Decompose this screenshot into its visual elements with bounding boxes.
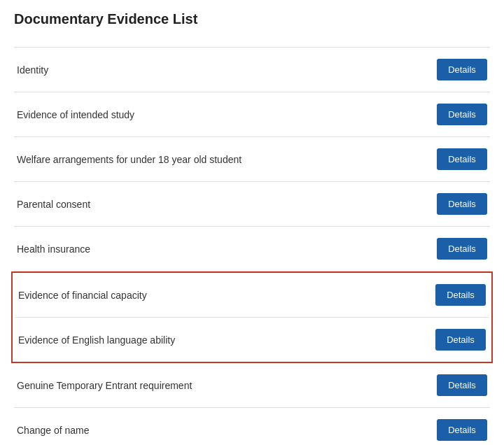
evidence-label-evidence-financial-capacity: Evidence of financial capacity	[18, 290, 435, 301]
details-button-evidence-english-language[interactable]: Details	[435, 329, 486, 351]
evidence-label-parental-consent: Parental consent	[17, 199, 437, 210]
evidence-list: IdentityDetailsEvidence of intended stud…	[14, 47, 490, 445]
evidence-label-change-of-name: Change of name	[17, 425, 437, 436]
evidence-row-identity: IdentityDetails	[14, 47, 490, 92]
highlighted-group: Evidence of financial capacityDetailsEvi…	[11, 271, 493, 363]
evidence-row-parental-consent: Parental consentDetails	[14, 182, 490, 227]
evidence-row-evidence-english-language: Evidence of English language abilityDeta…	[15, 318, 489, 362]
evidence-row-health-insurance: Health insuranceDetails	[14, 227, 490, 271]
evidence-label-evidence-intended-study: Evidence of intended study	[17, 109, 437, 120]
details-button-evidence-financial-capacity[interactable]: Details	[435, 284, 486, 306]
evidence-row-genuine-temporary: Genuine Temporary Entrant requirementDet…	[14, 363, 490, 408]
evidence-label-health-insurance: Health insurance	[17, 243, 437, 255]
evidence-row-evidence-financial-capacity: Evidence of financial capacityDetails	[15, 273, 489, 318]
details-button-change-of-name[interactable]: Details	[437, 419, 487, 441]
evidence-label-genuine-temporary: Genuine Temporary Entrant requirement	[17, 380, 437, 391]
details-button-health-insurance[interactable]: Details	[437, 238, 487, 260]
details-button-genuine-temporary[interactable]: Details	[437, 374, 487, 396]
evidence-row-change-of-name: Change of nameDetails	[14, 408, 490, 445]
evidence-row-evidence-intended-study: Evidence of intended studyDetails	[14, 92, 490, 137]
details-button-welfare-arrangements[interactable]: Details	[437, 148, 487, 170]
details-button-parental-consent[interactable]: Details	[437, 193, 487, 215]
evidence-label-evidence-english-language: Evidence of English language ability	[18, 334, 435, 346]
details-button-identity[interactable]: Details	[437, 59, 487, 80]
page-title: Documentary Evidence List	[14, 11, 490, 33]
evidence-row-welfare-arrangements: Welfare arrangements for under 18 year o…	[14, 137, 490, 182]
evidence-label-identity: Identity	[17, 64, 437, 76]
evidence-label-welfare-arrangements: Welfare arrangements for under 18 year o…	[17, 154, 437, 165]
details-button-evidence-intended-study[interactable]: Details	[437, 104, 487, 125]
